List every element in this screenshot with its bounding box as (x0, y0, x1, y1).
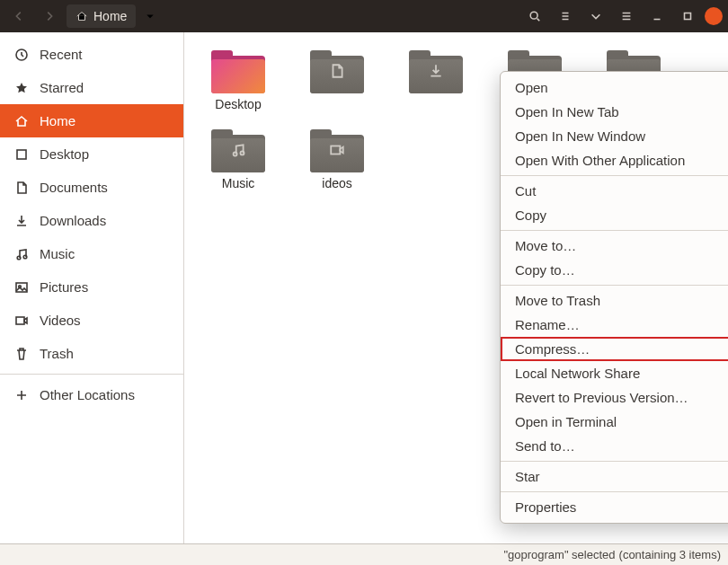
nav-back-button[interactable] (5, 4, 32, 28)
folder-item[interactable] (400, 50, 472, 111)
hamburger-menu-button[interactable] (613, 4, 640, 28)
menu-item[interactable]: Compress… (501, 337, 728, 361)
menu-item-label: Revert to Previous Version… (515, 390, 688, 405)
menu-item-label: Rename… (515, 317, 580, 332)
menu-item[interactable]: Open in Terminal (501, 410, 728, 434)
sidebar-item-label: Starred (40, 80, 84, 95)
menu-item-label: Copy (515, 207, 546, 223)
menu-item[interactable]: PropertiesCtrl+I (501, 495, 728, 519)
breadcrumb-label: Home (93, 9, 127, 23)
menu-item[interactable]: Local Network Share (501, 361, 728, 385)
home-icon (14, 114, 29, 128)
status-detail-text: (containing 3 items) (619, 548, 721, 561)
sidebar-item-label: Other Locations (40, 387, 135, 402)
menu-item-label: Copy to… (515, 262, 575, 278)
menu-item-label: Open In New Tab (515, 104, 619, 119)
menu-item[interactable]: Open With Other Application (501, 148, 728, 172)
video-icon (329, 142, 345, 161)
folder-item[interactable]: Music (202, 129, 274, 190)
square-icon (14, 147, 29, 162)
search-button[interactable] (521, 4, 548, 28)
folder-icon (211, 50, 265, 93)
minimize-button[interactable] (644, 4, 670, 28)
folder-item[interactable]: ideos (301, 129, 373, 190)
menu-item[interactable]: Star (501, 464, 728, 489)
folder-item[interactable] (301, 50, 373, 111)
svg-rect-6 (16, 283, 27, 292)
sidebar: RecentStarredHomeDesktopDocumentsDownloa… (0, 32, 184, 543)
menu-item[interactable]: CopyCtrl+C (501, 203, 728, 227)
menu-item[interactable]: Open In New WindowShift+Return (501, 124, 728, 148)
sidebar-item-videos[interactable]: Videos (0, 304, 183, 337)
image-icon (14, 280, 29, 295)
maximize-button[interactable] (674, 4, 701, 28)
folder-item[interactable]: Desktop (202, 50, 274, 111)
breadcrumb-home[interactable]: Home (67, 4, 136, 28)
menu-item[interactable]: Move to… (501, 234, 728, 258)
menu-item[interactable]: Open In New TabCtrl+Return (501, 100, 728, 124)
folder-icon (409, 50, 463, 93)
menu-item[interactable]: Revert to Previous Version… (501, 385, 728, 410)
file-grid[interactable]: DesktoprogramMusicideosOpenReturnOpen In… (184, 32, 728, 543)
sidebar-item-home[interactable]: Home (0, 104, 183, 137)
menu-separator (501, 175, 728, 176)
menu-item-label: Open In New Window (515, 128, 645, 144)
menu-item[interactable]: Rename…F2 (501, 313, 728, 337)
svg-point-9 (234, 152, 237, 155)
svg-rect-11 (331, 146, 340, 154)
svg-rect-1 (685, 13, 691, 20)
sidebar-item-label: Recent (40, 47, 83, 62)
menu-item[interactable]: Send to… (501, 434, 728, 458)
nav-forward-button[interactable] (36, 4, 63, 28)
sidebar-item-downloads[interactable]: Downloads (0, 204, 183, 237)
sidebar-item-documents[interactable]: Documents (0, 171, 183, 204)
svg-point-10 (240, 151, 244, 154)
sidebar-item-recent[interactable]: Recent (0, 38, 183, 71)
download-icon (428, 63, 444, 82)
menu-item[interactable]: CutCtrl+X (501, 179, 728, 203)
sidebar-item-label: Videos (40, 313, 81, 328)
sidebar-item-label: Desktop (40, 146, 89, 162)
menu-item-label: Open With Other Application (515, 153, 685, 168)
sidebar-item-music[interactable]: Music (0, 237, 183, 270)
menu-item-label: Compress… (515, 341, 590, 357)
close-button[interactable] (705, 7, 723, 25)
menu-item-label: Move to Trash (515, 293, 600, 308)
sidebar-item-trash[interactable]: Trash (0, 337, 183, 370)
menu-item-label: Star (515, 469, 540, 484)
svg-point-4 (17, 256, 21, 260)
star-icon (14, 81, 29, 95)
menu-item-label: Cut (515, 183, 536, 199)
menu-item-label: Local Network Share (515, 366, 640, 381)
sidebar-item-label: Home (40, 113, 75, 128)
svg-rect-3 (17, 150, 26, 159)
folder-label: Desktop (215, 97, 261, 111)
sidebar-item-label: Trash (40, 346, 74, 361)
sidebar-item-other[interactable]: Other Locations (0, 378, 183, 411)
view-list-button[interactable] (552, 4, 579, 28)
menu-item[interactable]: Copy to… (501, 258, 728, 282)
sidebar-item-starred[interactable]: Starred (0, 71, 183, 104)
path-dropdown-button[interactable] (139, 11, 161, 22)
sidebar-item-label: Downloads (40, 213, 106, 228)
menu-item-label: Properties (515, 499, 576, 515)
titlebar: Home (0, 0, 728, 32)
menu-item[interactable]: Move to TrashDelete (501, 288, 728, 313)
svg-rect-8 (16, 317, 24, 324)
view-dropdown-button[interactable] (582, 4, 609, 28)
folder-label: Music (222, 176, 255, 190)
menu-separator (501, 461, 728, 462)
clock-icon (14, 48, 29, 62)
status-selection-text: "goprogram" selected (503, 548, 615, 561)
status-bar: "goprogram" selected (containing 3 items… (0, 543, 728, 565)
menu-item[interactable]: OpenReturn (501, 75, 728, 100)
download-icon (14, 214, 29, 228)
menu-separator (501, 230, 728, 231)
home-icon (75, 10, 88, 22)
doc-icon (14, 181, 29, 195)
menu-separator (501, 285, 728, 286)
menu-item-label: Open (515, 80, 548, 95)
sidebar-item-pictures[interactable]: Pictures (0, 270, 183, 304)
sidebar-item-desktop[interactable]: Desktop (0, 137, 183, 171)
svg-point-0 (530, 12, 537, 19)
